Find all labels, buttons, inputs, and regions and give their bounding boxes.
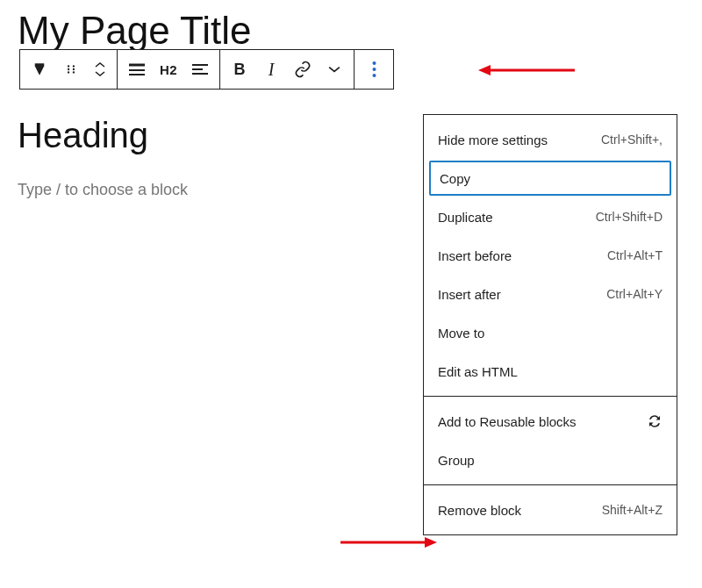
italic-button[interactable]: I (255, 50, 287, 89)
svg-point-3 (73, 68, 75, 70)
block-toolbar: H2 B I (19, 49, 394, 90)
text-align-button[interactable] (184, 50, 216, 89)
chevron-down-icon (95, 70, 105, 77)
menu-shortcut: Ctrl+Alt+Y (606, 287, 663, 301)
svg-point-4 (68, 71, 69, 73)
bold-button[interactable]: B (224, 50, 255, 89)
toolbar-group-more (354, 49, 394, 90)
menu-move-to[interactable]: Move to (424, 313, 677, 352)
menu-add-to-reusable[interactable]: Add to Reusable blocks (424, 402, 677, 441)
menu-copy[interactable]: Copy (429, 161, 671, 196)
move-up-down[interactable] (87, 50, 113, 89)
annotation-arrow-2 (340, 534, 437, 551)
heading-level-button[interactable]: H2 (153, 50, 184, 89)
menu-insert-before[interactable]: Insert before Ctrl+Alt+T (424, 236, 677, 275)
svg-point-2 (68, 68, 69, 70)
align-button[interactable] (121, 50, 153, 89)
menu-shortcut: Ctrl+Shift+D (596, 210, 663, 224)
block-type-button[interactable] (24, 50, 55, 89)
svg-point-13 (372, 68, 376, 71)
menu-label: Insert after (438, 287, 501, 302)
menu-label: Duplicate (438, 210, 493, 225)
chevron-up-icon (95, 61, 105, 68)
menu-label: Move to (438, 326, 484, 341)
menu-shortcut: Shift+Alt+Z (602, 503, 663, 517)
drag-handle-icon[interactable] (55, 50, 87, 89)
menu-edit-as-html[interactable]: Edit as HTML (424, 352, 677, 391)
svg-point-0 (68, 65, 69, 67)
more-options-button[interactable] (358, 50, 390, 89)
menu-label: Remove block (438, 503, 521, 518)
menu-duplicate[interactable]: Duplicate Ctrl+Shift+D (424, 197, 677, 236)
more-options-dropdown: Hide more settings Ctrl+Shift+, Copy Dup… (423, 114, 677, 535)
menu-label: Hide more settings (438, 133, 548, 147)
menu-label: Add to Reusable blocks (438, 414, 577, 429)
toolbar-group-heading: H2 (117, 49, 220, 90)
reusable-icon (647, 413, 663, 429)
toolbar-group-block (19, 49, 118, 90)
dropdown-section-2: Add to Reusable blocks Group (424, 396, 677, 484)
block-appender-placeholder[interactable]: Type / to choose a block (18, 181, 188, 199)
dropdown-section-3: Remove block Shift+Alt+Z (424, 484, 677, 534)
page-title[interactable]: My Page Title (18, 9, 252, 53)
svg-point-14 (372, 74, 376, 77)
dropdown-section-1: Hide more settings Ctrl+Shift+, Copy Dup… (424, 115, 677, 396)
menu-label: Edit as HTML (438, 364, 518, 379)
menu-shortcut: Ctrl+Alt+T (607, 248, 663, 262)
menu-shortcut: Ctrl+Shift+, (601, 133, 663, 147)
svg-marker-16 (478, 65, 491, 75)
menu-insert-after[interactable]: Insert after Ctrl+Alt+Y (424, 275, 677, 313)
menu-label: Group (438, 453, 475, 468)
svg-point-1 (73, 65, 75, 67)
svg-marker-18 (425, 537, 437, 548)
menu-label: Copy (440, 171, 470, 186)
format-more-button[interactable] (319, 50, 350, 89)
menu-hide-more-settings[interactable]: Hide more settings Ctrl+Shift+, (424, 120, 677, 159)
menu-group[interactable]: Group (424, 441, 677, 479)
toolbar-group-format: B I (219, 49, 355, 90)
annotation-arrow-1 (478, 61, 575, 79)
menu-remove-block[interactable]: Remove block Shift+Alt+Z (424, 491, 677, 529)
menu-label: Insert before (438, 248, 512, 263)
link-button[interactable] (287, 50, 319, 89)
chevron-down-icon (328, 65, 340, 74)
svg-point-12 (372, 61, 376, 65)
svg-point-5 (73, 71, 75, 73)
block-heading[interactable]: Heading (18, 116, 148, 155)
